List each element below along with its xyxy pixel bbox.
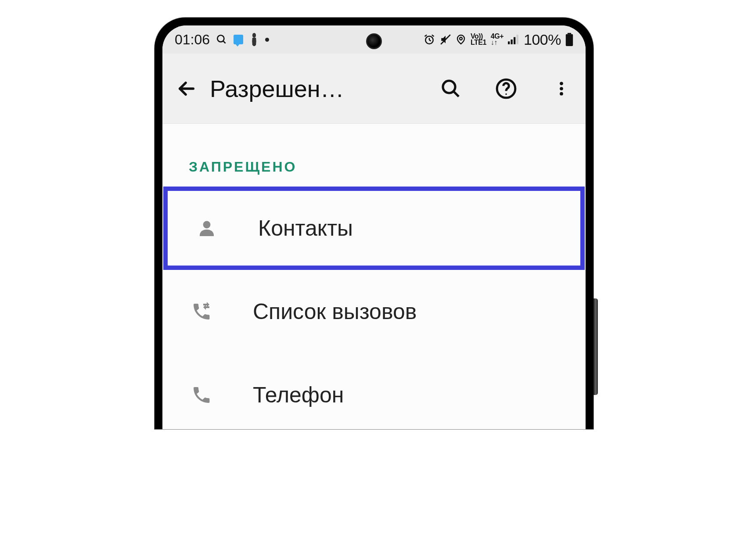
- arrow-left-icon: [176, 79, 197, 99]
- app-status-icon: [249, 33, 259, 46]
- svg-line-1: [223, 41, 225, 43]
- permission-row-call-log[interactable]: Список вызовов: [162, 270, 586, 353]
- permission-label: Телефон: [253, 382, 344, 408]
- permission-row-contacts[interactable]: Контакты: [163, 187, 585, 270]
- status-bar: 01:06: [162, 25, 586, 54]
- svg-point-9: [460, 37, 462, 40]
- svg-line-5: [429, 40, 431, 41]
- status-bar-right: Vo))LTE1 4G+↓↑ 100%: [423, 31, 573, 48]
- svg-point-24: [203, 221, 211, 229]
- svg-point-22: [560, 87, 563, 90]
- phone-frame: 01:06: [155, 18, 593, 429]
- back-button[interactable]: [175, 77, 198, 101]
- phone-icon: [190, 384, 213, 406]
- help-button[interactable]: [494, 77, 518, 101]
- camera-notch: [366, 33, 382, 49]
- svg-rect-13: [517, 35, 518, 44]
- svg-point-2: [252, 33, 256, 38]
- message-status-icon: [234, 35, 243, 44]
- permission-label: Контакты: [258, 215, 353, 241]
- alarm-icon: [423, 33, 435, 46]
- permission-row-phone[interactable]: Телефон: [162, 353, 586, 429]
- permission-label: Список вызовов: [253, 299, 417, 324]
- svg-point-23: [560, 92, 563, 95]
- search-icon: [440, 78, 461, 99]
- svg-point-0: [217, 35, 224, 42]
- svg-point-21: [560, 82, 563, 85]
- svg-line-18: [453, 91, 459, 97]
- more-button[interactable]: [550, 77, 573, 101]
- search-button[interactable]: [439, 77, 463, 101]
- page-title: Разрешен…: [210, 75, 344, 102]
- network-type-label: 4G+↓↑: [491, 33, 503, 46]
- signal-icon: [508, 35, 519, 44]
- screen: 01:06: [162, 25, 586, 429]
- svg-line-6: [424, 35, 427, 37]
- svg-point-17: [443, 81, 455, 93]
- more-vert-icon: [553, 78, 570, 99]
- volte-label: Vo))LTE1: [471, 33, 486, 46]
- battery-text: 100%: [524, 31, 561, 48]
- call-log-icon: [190, 301, 213, 322]
- mute-icon: [440, 34, 451, 45]
- help-icon: [495, 78, 517, 100]
- battery-icon: [565, 33, 573, 46]
- app-bar: Разрешен…: [162, 54, 586, 124]
- svg-rect-10: [508, 41, 510, 44]
- location-icon: [456, 33, 466, 46]
- status-time: 01:06: [175, 32, 210, 48]
- svg-rect-11: [511, 39, 513, 44]
- dot-status-icon: [265, 38, 269, 42]
- side-hardware-button: [593, 298, 598, 395]
- svg-rect-12: [514, 37, 515, 44]
- person-icon: [195, 218, 219, 239]
- search-status-icon: [216, 34, 227, 45]
- svg-line-7: [432, 35, 434, 37]
- section-header: ЗАПРЕЩЕНО: [162, 150, 586, 187]
- svg-rect-14: [568, 33, 571, 34]
- svg-point-20: [505, 93, 507, 94]
- svg-rect-15: [566, 34, 573, 46]
- status-bar-left: 01:06: [175, 32, 269, 48]
- content-area: ЗАПРЕЩЕНО Контакты Список вызовов Телефо…: [162, 124, 586, 429]
